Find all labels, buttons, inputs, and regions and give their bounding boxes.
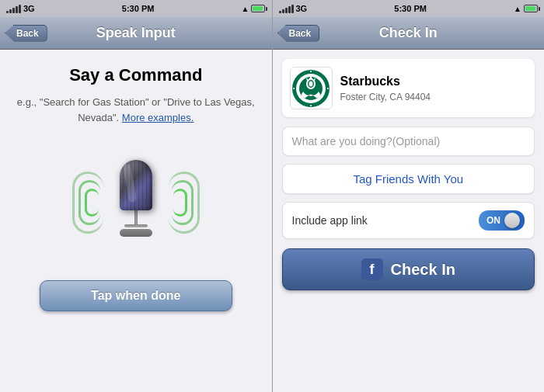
svg-point-7 — [310, 71, 312, 72]
facebook-icon: f — [361, 258, 383, 280]
screen2-content: Starbucks Foster City, CA 94404 What are… — [273, 50, 545, 392]
activity-input[interactable]: What are you doing?(Optional) — [282, 127, 535, 156]
mic-stand — [134, 210, 138, 226]
wifi-icon-1: ▲ — [242, 5, 249, 13]
include-app-label: Include app link — [292, 214, 368, 227]
svg-point-5 — [309, 81, 313, 86]
carrier-1: 3G — [23, 4, 35, 13]
wave-left-1 — [85, 189, 99, 217]
place-name: Starbucks — [340, 75, 431, 88]
nav-bar-2: Back Check In — [273, 17, 545, 50]
microphone-container — [58, 140, 214, 265]
battery-fill-2 — [525, 6, 535, 11]
nav-bar-1: Back Speak Input — [0, 17, 272, 50]
bar2-2 — [282, 9, 284, 13]
battery-icon-2 — [524, 5, 538, 12]
status-right-1: ▲ — [242, 5, 266, 13]
toggle-knob — [504, 213, 520, 228]
bar4 — [16, 6, 18, 13]
place-logo — [290, 67, 333, 109]
bar1-2 — [279, 11, 281, 13]
status-right-2: ▲ — [514, 5, 538, 13]
tap-done-button[interactable]: Tap when done — [40, 280, 232, 311]
include-app-toggle[interactable]: ON — [479, 210, 525, 231]
signal-bars-2 — [279, 4, 294, 13]
bar3-2 — [285, 8, 288, 13]
bar2 — [9, 9, 12, 13]
say-command-description: e.g., "Search for Gas Station" or "Drive… — [16, 95, 256, 125]
tag-friends-button[interactable]: Tag Friends With You — [282, 164, 535, 194]
mic-arm — [124, 224, 148, 227]
more-examples-link[interactable]: More examples. — [122, 112, 194, 123]
bar5-2 — [291, 5, 294, 13]
svg-point-9 — [293, 88, 295, 89]
wave-right-3 — [169, 172, 200, 234]
signal-bars-1 — [6, 4, 21, 13]
screen2: 3G 5:30 PM ▲ Back Check In — [273, 0, 545, 392]
svg-point-10 — [327, 88, 329, 89]
bar3 — [12, 8, 15, 13]
screen1-content: Say a Command e.g., "Search for Gas Stat… — [0, 50, 272, 392]
status-left-2: 3G — [279, 4, 308, 13]
nav-title-1: Speak Input — [96, 25, 176, 41]
place-info: Starbucks Foster City, CA 94404 — [340, 75, 431, 102]
time-1: 5:30 PM — [122, 4, 155, 13]
status-bar-2: 3G 5:30 PM ▲ — [273, 0, 545, 17]
mic-base — [120, 229, 152, 237]
place-card: Starbucks Foster City, CA 94404 — [282, 59, 535, 117]
place-address: Foster City, CA 94404 — [340, 92, 431, 102]
wifi-icon-2: ▲ — [514, 5, 521, 13]
toggle-label: ON — [486, 215, 500, 226]
status-bar-1: 3G 5:30 PM ▲ — [0, 0, 272, 17]
bar1 — [6, 11, 9, 13]
starbucks-icon — [291, 69, 330, 108]
checkin-label: Check In — [391, 261, 455, 279]
back-button-2[interactable]: Back — [277, 25, 320, 42]
screen1: 3G 5:30 PM ▲ Back Speak Input Say a Comm… — [0, 0, 272, 392]
svg-point-8 — [310, 105, 312, 106]
carrier-2: 3G — [296, 4, 308, 13]
mic-head — [120, 160, 152, 210]
say-command-heading: Say a Command — [69, 65, 202, 85]
back-button-1[interactable]: Back — [5, 25, 47, 42]
battery-fill-1 — [253, 6, 263, 11]
microphone — [114, 160, 157, 245]
battery-icon-1 — [251, 5, 265, 12]
checkin-button[interactable]: f Check In — [282, 248, 535, 290]
nav-title-2: Check In — [379, 25, 438, 41]
status-left-1: 3G — [6, 4, 35, 13]
include-app-row: Include app link ON — [282, 202, 535, 239]
bar4-2 — [288, 6, 291, 13]
time-2: 5:30 PM — [394, 4, 427, 13]
mic-grille — [120, 160, 152, 210]
bar5 — [19, 5, 21, 13]
